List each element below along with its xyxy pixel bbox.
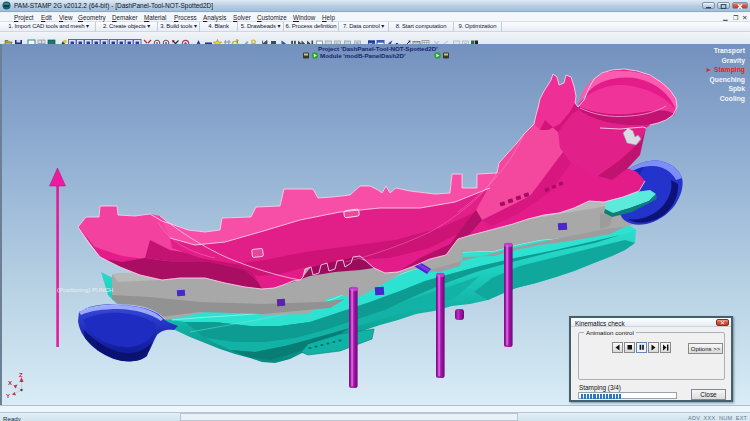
svg-text:Z: Z xyxy=(19,372,23,378)
svg-text:Y: Y xyxy=(6,393,10,399)
svg-text:X: X xyxy=(8,380,12,386)
